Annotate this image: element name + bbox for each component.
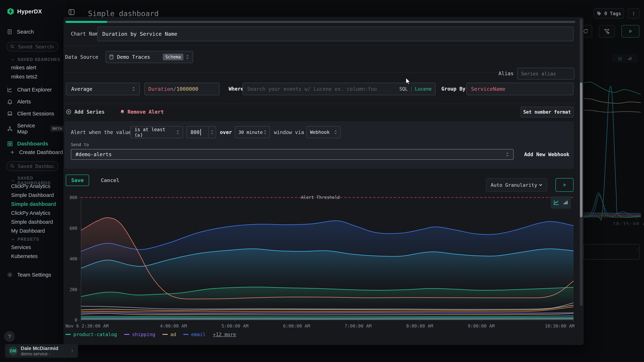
saved-dashboard-item[interactable]: ClickPy Analytics bbox=[11, 210, 56, 216]
svg-text:800: 800 bbox=[70, 195, 77, 200]
data-source-select[interactable]: Demo Traces Schema bbox=[106, 51, 193, 63]
saved-searches-header-label: SAVED SEARCHES bbox=[18, 57, 60, 62]
saved-searches-input[interactable] bbox=[18, 44, 54, 50]
add-series-label: Add Series bbox=[74, 109, 105, 115]
filter-edit-icon bbox=[604, 28, 610, 34]
saved-dashboards-input[interactable] bbox=[18, 163, 54, 169]
lucene-mode-toggle[interactable]: Lucene bbox=[415, 86, 432, 92]
legend-swatch bbox=[183, 334, 188, 335]
saved-dashboard-item[interactable]: My Dashboard bbox=[11, 228, 56, 234]
sidebar-collapse-button[interactable] bbox=[68, 8, 76, 16]
brand[interactable]: HyperDX bbox=[7, 7, 42, 15]
saved-dashboards-list: ClickPy AnalyticsSimple DashboardSimple … bbox=[11, 183, 56, 234]
run-query-button[interactable] bbox=[622, 25, 639, 37]
bell-icon bbox=[120, 109, 125, 115]
chart-name-input[interactable] bbox=[97, 27, 574, 41]
expression-input[interactable]: Duration/1000000 bbox=[144, 83, 220, 95]
presets-list: ServicesKubernetes bbox=[11, 244, 38, 259]
add-new-webhook-button[interactable]: Add New Webhook bbox=[524, 151, 570, 158]
chevron-updown-icon bbox=[505, 152, 510, 157]
group-by-value: ServiceName bbox=[471, 86, 505, 92]
alert-panel: Alert when the value is at least (≥) 800… bbox=[64, 121, 574, 169]
group-by-input[interactable]: ServiceName bbox=[466, 83, 574, 95]
sidebar-item-service-map[interactable]: Service MapBETA bbox=[7, 123, 64, 135]
avatar: DM bbox=[8, 347, 18, 356]
modal-scrollbar-thumb[interactable] bbox=[580, 82, 582, 217]
legend-item[interactable]: shipping bbox=[124, 332, 155, 337]
number-spinner[interactable] bbox=[208, 127, 216, 138]
sql-mode-toggle[interactable]: SQL bbox=[399, 86, 408, 92]
legend-more-link[interactable]: +12 more bbox=[213, 332, 236, 337]
legend-item[interactable]: product-catalog bbox=[66, 332, 117, 337]
saved-dashboard-item[interactable]: Simple dashboard bbox=[11, 219, 56, 225]
remove-alert-button[interactable]: Remove Alert bbox=[120, 108, 164, 116]
chevron-updown-icon bbox=[185, 54, 190, 60]
saved-searches-searchbox[interactable] bbox=[6, 42, 58, 51]
preset-item[interactable]: Kubernetes bbox=[11, 253, 38, 259]
chevron-down-icon bbox=[11, 179, 15, 183]
sidebar-item-team-settings[interactable]: Team Settings bbox=[7, 271, 51, 279]
user-card[interactable]: DM Dale McDiarmid demo-service - bbox=[5, 344, 78, 358]
create-dashboard-button[interactable]: Create Dashboard bbox=[10, 148, 63, 156]
saved-dashboards-searchbox[interactable] bbox=[6, 161, 58, 171]
alert-condition-select[interactable]: is at least (≥) bbox=[130, 126, 183, 138]
legend-label: shipping bbox=[132, 332, 155, 337]
granularity-select[interactable]: Auto Granularity bbox=[486, 178, 547, 192]
filter-button[interactable] bbox=[599, 25, 615, 37]
add-series-button[interactable]: Add Series bbox=[66, 108, 105, 116]
saved-dashboard-item[interactable]: ClickPy Analytics bbox=[11, 183, 56, 189]
saved-dashboard-item[interactable]: Simple dashboard bbox=[11, 201, 56, 207]
preset-item[interactable]: Services bbox=[11, 244, 38, 250]
legend-item[interactable]: email bbox=[183, 332, 206, 337]
sidebar-item-client-sessions[interactable]: Client Sessions bbox=[7, 111, 64, 117]
alias-label: Alias bbox=[494, 69, 514, 77]
alias-input[interactable] bbox=[517, 68, 574, 79]
save-button[interactable]: Save bbox=[66, 175, 89, 186]
saved-searches-header[interactable]: SAVED SEARCHES bbox=[11, 57, 60, 62]
more-options-button[interactable] bbox=[628, 8, 640, 18]
chevron-updown-icon bbox=[263, 130, 268, 135]
svg-text:4:00:00 AM: 4:00:00 AM bbox=[160, 323, 187, 329]
preview-run-button[interactable] bbox=[556, 178, 574, 192]
sidebar-item-search[interactable]: Search bbox=[7, 28, 34, 36]
alert-condition-value: is at least (≥) bbox=[134, 127, 176, 138]
aggregation-select[interactable]: Average bbox=[66, 83, 140, 95]
svg-text:400: 400 bbox=[70, 256, 77, 261]
tags-button[interactable]: 0 Tags bbox=[594, 8, 624, 18]
alert-channel-select[interactable]: Webhook bbox=[306, 126, 340, 138]
background-chart-type-toggle[interactable] bbox=[612, 54, 638, 62]
chevron-down-icon bbox=[11, 237, 15, 242]
presets-header[interactable]: PRESETS bbox=[11, 237, 39, 242]
sidebar-item-alerts[interactable]: Alerts bbox=[7, 99, 64, 105]
send-to-label: Send to bbox=[71, 142, 89, 147]
help-button[interactable]: ? bbox=[4, 331, 15, 342]
alert-threshold-input[interactable]: 800 bbox=[186, 126, 216, 138]
bell-icon bbox=[7, 99, 13, 105]
saved-search-item[interactable]: mikes alert bbox=[11, 65, 38, 71]
sidebar-item-label: Service Map bbox=[17, 123, 44, 135]
chevron-right-icon bbox=[70, 349, 74, 353]
alert-window-select[interactable]: 30 minute bbox=[235, 126, 270, 138]
where-label: Where bbox=[228, 85, 244, 93]
graph-icon bbox=[7, 126, 13, 132]
alert-channel-value: Webhook bbox=[310, 130, 330, 135]
saved-search-item[interactable]: mikes tets2 bbox=[11, 74, 38, 80]
beta-badge: BETA bbox=[50, 126, 64, 132]
cancel-button[interactable]: Cancel bbox=[101, 175, 120, 186]
sidebar-item-dashboards[interactable]: Dashboards bbox=[7, 141, 64, 147]
webhook-value: #demo-alerts bbox=[76, 152, 112, 158]
set-number-format-button[interactable]: Set number format bbox=[520, 107, 574, 118]
duration-chart: 8006004002000Nov 6 2:30:00 AM4:00:00 AM5… bbox=[66, 194, 574, 336]
legend-swatch bbox=[124, 334, 130, 335]
chevron-down-icon bbox=[11, 57, 15, 62]
team-settings-label: Team Settings bbox=[17, 272, 51, 278]
webhook-select[interactable]: #demo-alerts bbox=[71, 149, 514, 160]
saved-dashboard-item[interactable]: Simple Dashboard bbox=[11, 192, 56, 198]
legend-swatch bbox=[66, 334, 71, 335]
brand-name: HyperDX bbox=[17, 8, 42, 15]
play-icon bbox=[562, 182, 567, 187]
chart-type-toggle[interactable] bbox=[550, 196, 571, 209]
sidebar-item-chart-explorer[interactable]: Chart Explorer bbox=[7, 87, 64, 93]
search-icon bbox=[10, 164, 15, 169]
legend-item[interactable]: ad bbox=[162, 332, 176, 337]
